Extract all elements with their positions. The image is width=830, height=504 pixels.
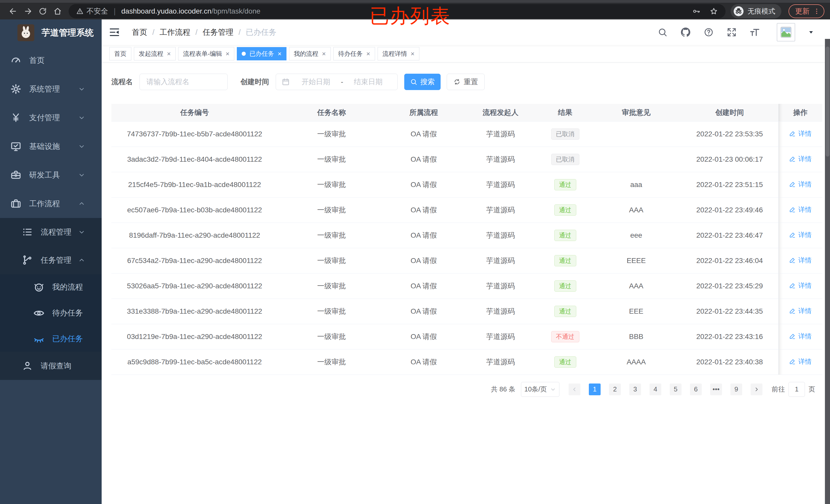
tab-todo-tasks[interactable]: 待办任务× xyxy=(333,47,375,60)
fullscreen-button[interactable] xyxy=(726,27,737,38)
sidebar: 芋道管理系统 首页系统管理支付管理基础设施研发工具工作流程流程管理任务管理我的流… xyxy=(0,20,102,504)
back-button[interactable] xyxy=(6,4,21,19)
sidebar-item-devtools[interactable]: 研发工具 xyxy=(0,161,102,189)
next-page-button[interactable] xyxy=(751,383,762,395)
logo-row[interactable]: 芋道管理系统 xyxy=(0,20,102,46)
result-badge: 通过 xyxy=(554,255,576,266)
reload-button[interactable] xyxy=(35,4,50,19)
update-button[interactable]: 更新 xyxy=(789,4,824,18)
close-icon[interactable]: × xyxy=(366,51,370,57)
prev-page-button[interactable] xyxy=(569,383,580,395)
create-time-cell: 2022-01-22 23:40:38 xyxy=(681,349,778,374)
goto-page-input[interactable] xyxy=(789,382,805,397)
process-cell: OA 请假 xyxy=(385,324,462,349)
detail-link[interactable]: 详情 xyxy=(789,306,811,315)
sidebar-item-system[interactable]: 系统管理 xyxy=(0,75,102,103)
page-size-select[interactable]: 10条/页 xyxy=(521,382,560,397)
sidebar-item-workflow[interactable]: 工作流程 xyxy=(0,189,102,218)
search-button[interactable]: 搜索 xyxy=(404,74,441,90)
detail-link[interactable]: 详情 xyxy=(789,256,811,265)
process-name-input[interactable]: 请输入流程名 xyxy=(139,74,228,90)
date-range-picker[interactable]: 开始日期 - 结束日期 xyxy=(276,74,397,90)
tab-done-tasks[interactable]: 已办任务× xyxy=(237,47,286,60)
tab-start-process[interactable]: 发起流程× xyxy=(134,47,175,60)
column-header: 流程发起人 xyxy=(462,104,539,121)
sidebar-item-process-mgmt[interactable]: 流程管理 xyxy=(0,218,102,246)
tab-process-detail[interactable]: 流程详情× xyxy=(378,47,419,60)
font-size-button[interactable] xyxy=(749,27,760,38)
page-button[interactable]: 2 xyxy=(609,383,621,395)
detail-label: 详情 xyxy=(798,306,811,315)
page-button[interactable]: 5 xyxy=(670,383,681,395)
total-count: 共 86 条 xyxy=(491,385,515,394)
sidebar-item-leave-query[interactable]: 请假查询 xyxy=(0,352,102,380)
detail-link[interactable]: 详情 xyxy=(789,129,811,138)
forward-button[interactable] xyxy=(21,4,35,19)
breadcrumb-workflow[interactable]: 工作流程 xyxy=(159,27,190,38)
page-button[interactable]: 4 xyxy=(649,383,661,395)
detail-link[interactable]: 详情 xyxy=(789,231,811,239)
detail-link[interactable]: 详情 xyxy=(789,180,811,189)
sidebar-item-task-mgmt[interactable]: 任务管理 xyxy=(0,246,102,274)
breadcrumb-home[interactable]: 首页 xyxy=(132,27,147,38)
detail-link[interactable]: 详情 xyxy=(789,332,811,341)
github-button[interactable] xyxy=(680,27,691,38)
column-header: 创建时间 xyxy=(681,104,778,121)
page-button[interactable]: 6 xyxy=(690,383,702,395)
task-name-cell: 一级审批 xyxy=(278,121,385,146)
docs-help-button[interactable] xyxy=(703,27,714,38)
url-host: dashboard.yudao.iocoder.cn xyxy=(121,7,212,15)
sidebar-item-label: 我的流程 xyxy=(52,282,83,293)
not-secure-icon xyxy=(76,8,84,15)
breadcrumb-task-mgmt[interactable]: 任务管理 xyxy=(203,27,233,38)
reset-button[interactable]: 重置 xyxy=(447,74,485,90)
avatar[interactable] xyxy=(777,23,795,41)
close-icon[interactable]: × xyxy=(167,51,171,57)
detail-link[interactable]: 详情 xyxy=(789,281,811,290)
more-vert-icon[interactable] xyxy=(813,8,820,15)
reload-icon xyxy=(38,7,47,15)
process-cell: OA 请假 xyxy=(385,349,462,374)
edit-pen-icon xyxy=(789,181,796,188)
edit-pen-icon xyxy=(789,307,796,314)
detail-link[interactable]: 详情 xyxy=(789,155,811,164)
sidebar-item-done-tasks[interactable]: 已办任务 xyxy=(0,326,102,352)
caret-down-icon[interactable] xyxy=(808,29,814,35)
result-cell: 通过 xyxy=(539,248,592,273)
update-label: 更新 xyxy=(795,6,809,16)
header-search-button[interactable] xyxy=(657,27,668,38)
page-button[interactable]: 1 xyxy=(589,383,601,395)
password-key-icon[interactable] xyxy=(692,7,700,15)
calendar-icon xyxy=(282,78,290,86)
table-header-row: 任务编号任务名称所属流程流程发起人结果审批意见创建时间操作 xyxy=(111,104,822,121)
comment-cell: BBB xyxy=(592,324,681,349)
close-icon[interactable]: × xyxy=(322,51,326,57)
home-button[interactable] xyxy=(50,4,65,19)
detail-link[interactable]: 详情 xyxy=(789,357,811,366)
page-ellipsis-button[interactable]: ••• xyxy=(710,383,722,395)
sidebar-item-home[interactable]: 首页 xyxy=(0,46,102,75)
close-icon[interactable]: × xyxy=(411,51,414,57)
action-cell: 详情 xyxy=(778,349,822,374)
detail-link[interactable]: 详情 xyxy=(789,205,811,214)
tab-home[interactable]: 首页 xyxy=(109,47,131,60)
close-icon[interactable]: × xyxy=(278,51,281,57)
page-scrollbar[interactable] xyxy=(825,39,830,504)
action-cell: 详情 xyxy=(778,121,822,146)
page-button[interactable]: 9 xyxy=(730,383,742,395)
sidebar-item-my-process[interactable]: 我的流程 xyxy=(0,274,102,300)
sidebar-item-payment[interactable]: 支付管理 xyxy=(0,103,102,132)
sidebar-item-todo-tasks[interactable]: 待办任务 xyxy=(0,300,102,326)
close-icon[interactable]: × xyxy=(226,51,229,57)
page-button[interactable]: 3 xyxy=(629,383,641,395)
goto-page: 前往 页 xyxy=(772,382,815,397)
bookmark-star-icon[interactable] xyxy=(710,7,718,15)
sidebar-item-infra[interactable]: 基础设施 xyxy=(0,132,102,161)
task-name-cell: 一级审批 xyxy=(278,197,385,223)
sidebar-fold-icon[interactable] xyxy=(109,27,120,38)
scrollbar-thumb[interactable] xyxy=(826,46,829,157)
tab-form-edit[interactable]: 流程表单-编辑× xyxy=(178,47,234,60)
tab-my-process[interactable]: 我的流程× xyxy=(289,47,331,60)
task-name-cell: 一级审批 xyxy=(278,273,385,299)
sidebar-item-label: 工作流程 xyxy=(29,199,60,209)
